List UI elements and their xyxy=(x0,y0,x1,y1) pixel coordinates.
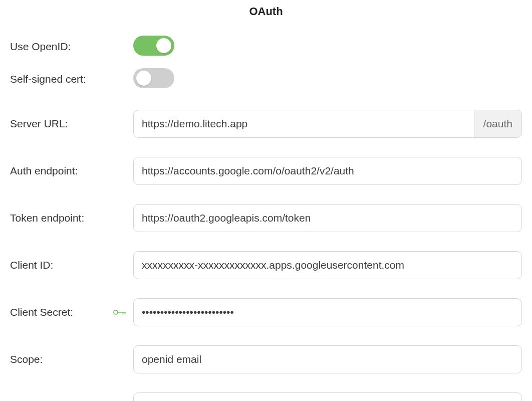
self-signed-label: Self-signed cert: xyxy=(10,73,86,85)
label-client-secret: Client Secret: xyxy=(10,306,133,318)
scope-label: Scope: xyxy=(10,353,43,365)
use-openid-toggle[interactable] xyxy=(133,36,174,56)
form-title: OAuth xyxy=(10,4,522,20)
label-auth-endpoint: Auth endpoint: xyxy=(10,165,133,177)
row-auth-endpoint: Auth endpoint: xyxy=(10,157,522,185)
row-client-id: Client ID: xyxy=(10,251,522,279)
toggle-knob xyxy=(136,71,151,86)
label-token-endpoint: Token endpoint: xyxy=(10,212,133,224)
auth-endpoint-label: Auth endpoint: xyxy=(10,165,78,176)
self-signed-toggle[interactable] xyxy=(133,68,174,88)
row-use-openid: Use OpenID: xyxy=(10,36,522,58)
scope-input[interactable] xyxy=(133,345,522,373)
username-field-input[interactable] xyxy=(133,392,522,401)
label-server-url: Server URL: xyxy=(10,118,133,130)
key-icon xyxy=(113,307,126,317)
client-id-label: Client ID: xyxy=(10,259,53,271)
server-url-input[interactable] xyxy=(133,110,474,138)
label-self-signed: Self-signed cert: xyxy=(10,73,133,85)
row-server-url: Server URL: /oauth xyxy=(10,110,522,138)
client-id-input[interactable] xyxy=(133,251,522,279)
row-client-secret: Client Secret: xyxy=(10,298,522,326)
use-openid-label: Use OpenID: xyxy=(10,41,71,52)
svg-point-0 xyxy=(114,310,118,314)
auth-endpoint-input[interactable] xyxy=(133,157,522,185)
row-token-endpoint: Token endpoint: xyxy=(10,204,522,232)
toggle-knob xyxy=(156,38,171,53)
token-endpoint-label: Token endpoint: xyxy=(10,212,84,224)
token-endpoint-input[interactable] xyxy=(133,204,522,232)
server-url-suffix: /oauth xyxy=(474,110,522,138)
client-secret-input[interactable] xyxy=(133,298,522,326)
label-client-id: Client ID: xyxy=(10,259,133,271)
label-scope: Scope: xyxy=(10,353,133,365)
row-scope: Scope: xyxy=(10,345,522,373)
server-url-group: /oauth xyxy=(133,110,522,138)
label-use-openid: Use OpenID: xyxy=(10,41,133,53)
oauth-settings-form: OAuth Use OpenID: Self-signed cert: Serv… xyxy=(0,0,532,401)
server-url-label: Server URL: xyxy=(10,118,68,129)
client-secret-label: Client Secret: xyxy=(10,306,73,318)
row-self-signed: Self-signed cert: xyxy=(10,68,522,91)
row-username-field: Username field: xyxy=(10,392,522,401)
